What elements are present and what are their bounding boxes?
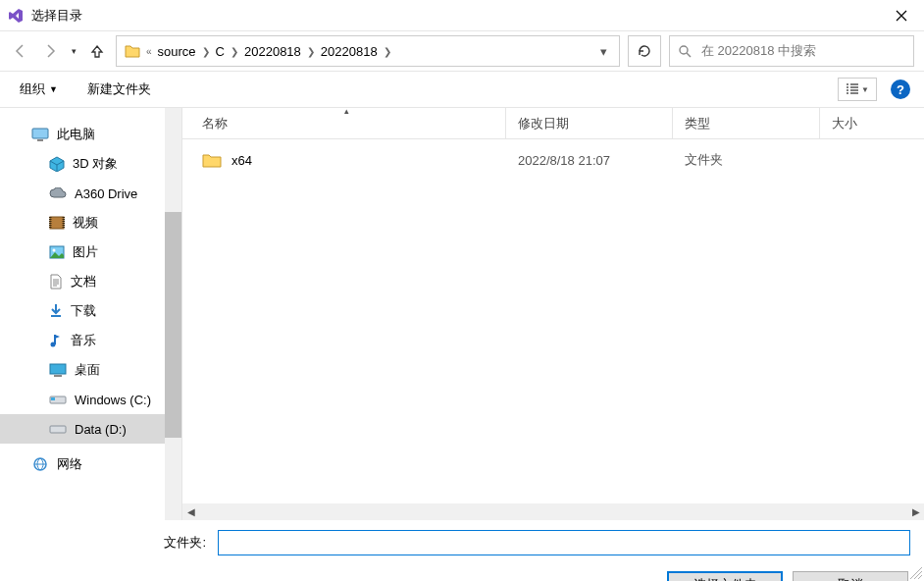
svg-rect-11	[50, 426, 66, 433]
scroll-right-icon[interactable]: ▶	[907, 503, 924, 520]
network-icon	[31, 457, 49, 471]
cube-icon	[49, 156, 65, 172]
history-dropdown[interactable]: ▾	[69, 40, 78, 62]
sort-indicator-icon: ▴	[344, 106, 349, 116]
svg-rect-7	[50, 364, 66, 374]
column-size[interactable]: 大小	[820, 108, 924, 138]
chevron-right-icon[interactable]: ❯	[200, 46, 212, 57]
desktop-icon	[49, 363, 67, 377]
back-button[interactable]	[10, 40, 31, 62]
search-placeholder: 在 20220818 中搜索	[701, 42, 816, 60]
view-options-button[interactable]: ▼	[838, 78, 877, 101]
svg-point-5	[53, 249, 56, 252]
main-area: 此电脑 3D 对象 A360 Drive 视频 图片 文档 下载 音乐	[0, 108, 924, 520]
chevron-right-icon[interactable]: ❯	[229, 46, 240, 57]
svg-point-0	[680, 46, 688, 54]
breadcrumb-item[interactable]: source	[154, 42, 200, 61]
resize-grip-icon[interactable]	[910, 567, 922, 579]
search-icon	[678, 44, 692, 58]
sidebar-scrollbar-thumb[interactable]	[165, 212, 181, 438]
folder-input[interactable]	[218, 530, 910, 555]
picture-icon	[49, 245, 65, 259]
new-folder-button[interactable]: 新建文件夹	[81, 77, 157, 102]
chevron-right-icon[interactable]: ❯	[305, 46, 317, 57]
drive-icon	[49, 423, 67, 435]
sidebar-item-desktop[interactable]: 桌面	[0, 355, 181, 385]
music-icon	[49, 333, 63, 348]
window-title: 选择目录	[31, 7, 879, 25]
search-input[interactable]: 在 20220818 中搜索	[669, 35, 914, 67]
svg-point-6	[51, 343, 56, 347]
computer-icon	[31, 128, 49, 141]
forward-button[interactable]	[39, 40, 61, 62]
file-list: x64 2022/8/18 21:07 文件夹	[182, 139, 924, 503]
footer: 文件夹: 选择文件夹 取消	[0, 520, 924, 581]
list-item[interactable]: x64 2022/8/18 21:07 文件夹	[182, 145, 924, 175]
item-name: x64	[231, 153, 252, 168]
column-type[interactable]: 类型	[673, 108, 820, 138]
sidebar-item-videos[interactable]: 视频	[0, 208, 181, 238]
sidebar-item-downloads[interactable]: 下载	[0, 296, 181, 326]
column-date[interactable]: 修改日期	[506, 108, 673, 138]
svg-rect-3	[50, 217, 64, 229]
svg-rect-8	[54, 375, 62, 377]
document-icon	[49, 274, 63, 290]
cloud-icon	[49, 187, 67, 199]
column-name[interactable]: ▴名称	[182, 108, 506, 138]
breadcrumb-overflow[interactable]: «	[144, 46, 154, 57]
svg-rect-10	[51, 397, 55, 400]
title-bar: 选择目录	[0, 0, 924, 31]
address-dropdown[interactable]: ▾	[591, 44, 615, 59]
sidebar-item-drive-d[interactable]: Data (D:)	[0, 414, 181, 444]
help-button[interactable]: ?	[891, 79, 910, 99]
chevron-down-icon: ▼	[49, 84, 58, 94]
horizontal-scrollbar[interactable]: ◀ ▶	[182, 503, 924, 520]
sidebar-item-music[interactable]: 音乐	[0, 326, 181, 355]
list-icon	[846, 83, 859, 95]
sidebar-item-a360[interactable]: A360 Drive	[0, 179, 181, 208]
sidebar-item-network[interactable]: 网络	[0, 449, 181, 479]
sidebar: 此电脑 3D 对象 A360 Drive 视频 图片 文档 下载 音乐	[0, 108, 182, 520]
item-date: 2022/8/18 21:07	[506, 153, 673, 168]
cancel-button[interactable]: 取消	[793, 571, 908, 581]
toolbar: 组织 ▼ 新建文件夹 ▼ ?	[0, 71, 924, 108]
app-icon	[8, 8, 24, 24]
up-button[interactable]	[86, 40, 108, 62]
close-button[interactable]	[879, 0, 924, 31]
refresh-button[interactable]	[628, 35, 661, 67]
video-icon	[49, 216, 65, 230]
chevron-right-icon[interactable]: ❯	[382, 46, 393, 57]
chevron-down-icon: ▼	[861, 85, 869, 94]
scroll-left-icon[interactable]: ◀	[182, 503, 199, 520]
sidebar-item-this-pc[interactable]: 此电脑	[0, 120, 181, 149]
drive-icon	[49, 394, 67, 405]
folder-label: 文件夹:	[14, 534, 210, 552]
select-folder-button[interactable]: 选择文件夹	[667, 571, 783, 581]
files-area: ▴名称 修改日期 类型 大小 x64 2022/8/18 21:07 文件夹 ◀…	[182, 108, 924, 520]
breadcrumb-item[interactable]: 20220818	[240, 42, 305, 61]
breadcrumb-item[interactable]: 20220818	[317, 42, 382, 61]
organize-button[interactable]: 组织 ▼	[14, 77, 64, 102]
download-icon	[49, 303, 63, 319]
folder-icon	[124, 42, 141, 60]
folder-icon	[202, 152, 222, 168]
sidebar-item-3d-objects[interactable]: 3D 对象	[0, 149, 181, 179]
sidebar-item-pictures[interactable]: 图片	[0, 238, 181, 267]
address-bar[interactable]: « source ❯ C ❯ 20220818 ❯ 20220818 ❯ ▾	[116, 35, 620, 67]
svg-rect-2	[37, 139, 43, 141]
column-headers: ▴名称 修改日期 类型 大小	[182, 108, 924, 139]
svg-rect-1	[32, 129, 48, 138]
item-type: 文件夹	[673, 151, 820, 169]
navigation-row: ▾ « source ❯ C ❯ 20220818 ❯ 20220818 ❯ ▾…	[0, 31, 924, 71]
sidebar-item-documents[interactable]: 文档	[0, 267, 181, 296]
breadcrumb-item[interactable]: C	[212, 42, 229, 61]
sidebar-item-drive-c[interactable]: Windows (C:)	[0, 385, 181, 414]
